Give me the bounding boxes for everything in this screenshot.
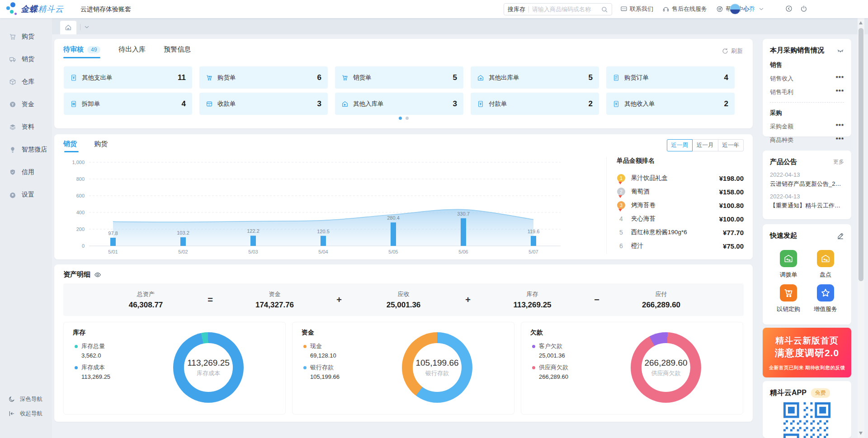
- todo-card-收款单[interactable]: 收款单3: [199, 93, 328, 115]
- svg-text:5/07: 5/07: [528, 249, 538, 254]
- assets-card-row: 库存库存总量3,562.0库存成本113,269.25113,269.25库存成…: [63, 322, 743, 414]
- qr-code: [783, 402, 830, 438]
- search-input[interactable]: [532, 6, 598, 13]
- announcement-link[interactable]: 【重要通知】精斗云工作台域...: [770, 202, 844, 210]
- scroll-up-arrow[interactable]: [859, 21, 863, 24]
- todo-card-其他入库单[interactable]: 其他入库单3: [335, 93, 463, 115]
- header-link-售后在线服务[interactable]: 售后在线服务: [662, 5, 707, 13]
- ranking-product-name: 橙汁: [631, 242, 717, 250]
- survey-banner[interactable]: 精斗云新版首页 满意度调研2.0 全新首页已到来 期待收到您的反馈: [763, 328, 851, 377]
- user-menu[interactable]: 小乔: [730, 0, 763, 18]
- todo-card-购货单[interactable]: 购货单6: [199, 66, 328, 89]
- todo-card-拆卸单[interactable]: 拆卸单4: [64, 93, 192, 115]
- sidebar-footer-深色导航[interactable]: 深色导航: [0, 392, 52, 406]
- search-divider: [528, 6, 529, 13]
- ranking-row[interactable]: 6橙汁¥75.00: [617, 239, 744, 253]
- sidebar-item-购货[interactable]: 购货: [0, 25, 52, 48]
- ranking-row[interactable]: 5西红柿意粉酱190g*6¥77.70: [617, 226, 744, 239]
- carousel-dot[interactable]: [406, 117, 409, 120]
- search-scope-label[interactable]: 搜库存: [508, 5, 525, 14]
- todo-tab-待出入库[interactable]: 待出入库: [118, 45, 146, 58]
- sidebar-item-资料[interactable]: 资料: [0, 116, 52, 138]
- sidebar-item-资金[interactable]: 资金: [0, 93, 52, 116]
- header-link-联系我们[interactable]: 联系我们: [620, 5, 653, 13]
- quick-action-以销定购[interactable]: 以销定购: [770, 284, 807, 313]
- scroll-down-arrow[interactable]: [859, 432, 863, 435]
- sidebar-item-销货[interactable]: 销货: [0, 48, 52, 71]
- todo-card-label: 拆卸单: [82, 100, 177, 108]
- sidebar-item-label: 购货: [22, 33, 34, 41]
- banner-line2: 满意度调研2.0: [763, 347, 851, 359]
- power-button[interactable]: [800, 5, 808, 13]
- donut-chart-库存: 113,269.25库存成本: [173, 332, 244, 403]
- tab-divider: [80, 24, 80, 30]
- monthly-summary-panel: 本月采购销售情况 销售销售收入***销售毛利***采购采购金额***商品种类**…: [763, 39, 851, 137]
- stocktake-warehouse-icon: [817, 250, 834, 267]
- todo-tab-预警信息[interactable]: 预警信息: [164, 45, 191, 58]
- sidebar-nav: 购货销货仓库资金资料智慧微店信用设置: [0, 25, 52, 206]
- sales-tab-销货[interactable]: 销货: [63, 140, 77, 152]
- legend-dot: [75, 345, 78, 348]
- sidebar-item-仓库[interactable]: 仓库: [0, 71, 52, 93]
- quick-action-调拨单[interactable]: 调拨单: [770, 250, 807, 279]
- svg-text:103.2: 103.2: [177, 230, 189, 235]
- sidebar-item-信用[interactable]: 信用: [0, 161, 52, 184]
- brand-logo[interactable]: 金蝶精斗云: [6, 2, 64, 16]
- payment-doc-icon: [477, 100, 484, 108]
- message-icon: [620, 5, 627, 13]
- ranking-product-name: 西红柿意粉酱190g*6: [631, 228, 717, 236]
- todo-card-购货订单[interactable]: 购货订单4: [606, 66, 735, 89]
- range-button-近一月[interactable]: 近一月: [692, 139, 718, 151]
- ranking-row[interactable]: 3烤海苔卷¥100.80: [617, 198, 744, 212]
- refresh-button[interactable]: 刷新: [722, 47, 743, 55]
- edit-icon[interactable]: [837, 232, 844, 240]
- legend-item-银行存款: 银行存款105,199.66: [303, 363, 340, 380]
- todo-card-其他支出单[interactable]: 其他支出单11: [64, 66, 192, 89]
- monthly-row-value: ***: [836, 88, 844, 96]
- assets-formula-bar: 总资产46,308.77=资金174,327.76+应收25,001.36+库存…: [63, 283, 744, 316]
- free-badge: 免费: [811, 388, 830, 398]
- visibility-toggle-icon[interactable]: [94, 271, 101, 278]
- todo-tab-待审核[interactable]: 待审核49: [63, 45, 100, 58]
- moon-icon: [8, 396, 15, 403]
- sales-tab-购货[interactable]: 购货: [94, 140, 108, 152]
- formula-value: 46,308.77: [90, 301, 201, 310]
- home-tab[interactable]: [60, 21, 76, 34]
- todo-card-付款单[interactable]: 付款单2: [471, 93, 599, 115]
- search-icon[interactable]: [601, 6, 608, 13]
- ranking-row[interactable]: 1果汁饮品礼盒¥198.00: [617, 171, 744, 185]
- more-link[interactable]: 更多: [833, 158, 844, 166]
- ranking-row[interactable]: 4夹心海苔¥100.00: [617, 212, 744, 226]
- sidebar-item-设置[interactable]: 设置: [0, 184, 52, 206]
- brand-name-bold: 金蝶: [21, 5, 38, 14]
- sidebar-item-智慧微店[interactable]: 智慧微店: [0, 138, 52, 161]
- todo-card-其他收入单[interactable]: 其他收入单2: [606, 93, 735, 115]
- announcement-link[interactable]: 云进销存产品更新公告_20220...: [770, 180, 844, 188]
- quick-action-盘点[interactable]: 盘点: [807, 250, 844, 279]
- sidebar-footer-收起导航[interactable]: 收起导航: [0, 406, 52, 421]
- account-title: 云进销存体验账套: [80, 5, 131, 14]
- back-button[interactable]: [785, 5, 793, 13]
- order-doc-icon: [613, 74, 620, 81]
- todo-card-销货单[interactable]: 销货单5: [335, 66, 463, 89]
- avatar[interactable]: [730, 4, 741, 14]
- eye-closed-icon[interactable]: [837, 47, 844, 54]
- ranking-title: 单品金额排名: [617, 157, 744, 165]
- monthly-section-采购: 采购: [770, 109, 844, 117]
- svg-text:122.2: 122.2: [247, 228, 259, 234]
- range-button-近一周[interactable]: 近一周: [667, 139, 693, 151]
- donut-center: 113,269.25库存成本: [184, 343, 233, 392]
- range-button-近一年[interactable]: 近一年: [718, 139, 744, 151]
- ranking-amount: ¥77.70: [723, 229, 744, 236]
- ranking-row[interactable]: 2葡萄酒¥158.00: [617, 185, 744, 198]
- svg-text:97.8: 97.8: [108, 231, 118, 236]
- todo-card-其他出库单[interactable]: 其他出库单5: [471, 66, 599, 89]
- inventory-search[interactable]: 搜库存: [504, 3, 612, 15]
- monthly-section-销售: 销售: [770, 61, 844, 69]
- svg-text:5/03: 5/03: [248, 249, 258, 254]
- quick-action-增值服务[interactable]: 增值服务: [807, 284, 844, 313]
- page-scrollbar[interactable]: [858, 18, 864, 438]
- tab-list-dropdown[interactable]: [80, 24, 89, 31]
- scrollbar-thumb[interactable]: [859, 28, 863, 281]
- carousel-dot[interactable]: [399, 117, 402, 120]
